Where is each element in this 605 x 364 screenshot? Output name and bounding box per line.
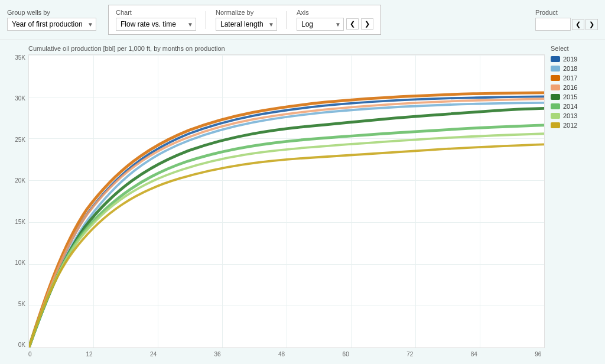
y-label-0k: 0K — [18, 342, 25, 348]
y-label-35k: 35K — [15, 54, 25, 61]
chart-svg — [29, 55, 544, 347]
x-label-60: 60 — [343, 351, 349, 363]
y-label-5k: 5K — [18, 301, 25, 307]
legend-label-2015: 2015 — [563, 93, 577, 100]
axis-select[interactable]: Log Linear — [297, 18, 344, 31]
chart-type-control: Chart Flow rate vs. time Cumulative vs. … — [116, 9, 196, 31]
y-label-25k: 25K — [15, 136, 25, 143]
legend-item-2019[interactable]: 2019 — [551, 56, 598, 63]
product-prev-button[interactable]: ❮ — [572, 19, 584, 30]
divider-1 — [206, 11, 206, 29]
product-control: Product Oil ❮ ❯ — [535, 9, 598, 31]
legend-label-2014: 2014 — [563, 103, 577, 110]
x-label-12: 12 — [86, 351, 92, 363]
x-label-0: 0 — [28, 351, 32, 363]
legend-swatch-2018 — [551, 66, 560, 72]
plot-area — [28, 54, 545, 348]
curve-2019 — [29, 96, 544, 347]
axis-select-wrapper: Log Linear ▼ — [297, 18, 344, 31]
legend-item-2015[interactable]: 2015 — [551, 93, 598, 100]
normalize-select[interactable]: Lateral length None Perf length — [216, 18, 277, 31]
x-label-24: 24 — [150, 351, 157, 363]
legend-label-2019: 2019 — [563, 56, 577, 63]
legend-label-2016: 2016 — [563, 84, 577, 91]
axis-label: Axis — [297, 9, 344, 16]
legend-item-2018[interactable]: 2018 — [551, 65, 598, 72]
legend-swatch-2013 — [551, 113, 560, 119]
divider-2 — [287, 11, 287, 29]
group-wells-select-wrapper: Year of first production Operator Format… — [7, 18, 96, 31]
legend-item-2017[interactable]: 2017 — [551, 74, 598, 82]
chart-select[interactable]: Flow rate vs. time Cumulative vs. time — [116, 18, 196, 31]
chart-area: Cumulative oil production [bbl] per 1,00… — [0, 40, 605, 364]
legend-area: Select 2019 2018 2017 2016 2015 2014 201… — [545, 45, 598, 364]
curve-2012 — [29, 144, 544, 347]
x-axis: 0 12 24 36 48 60 72 84 96 — [28, 348, 545, 363]
top-bar: Group wells by Year of first production … — [0, 0, 605, 40]
legend-label-2018: 2018 — [563, 65, 577, 72]
curve-2017 — [29, 93, 544, 347]
chart-controls-panel: Chart Flow rate vs. time Cumulative vs. … — [108, 5, 381, 35]
group-wells-label: Group wells by — [7, 9, 96, 16]
x-label-72: 72 — [406, 351, 413, 363]
chart-label: Chart — [116, 9, 196, 16]
axis-select-group: Axis Log Linear ▼ — [297, 9, 344, 31]
axis-prev-button[interactable]: ❮ — [346, 18, 359, 30]
curve-2018 — [29, 103, 544, 347]
y-axis: 35K 30K 25K 20K 15K 10K 5K 0K — [5, 54, 28, 348]
legend-label-2012: 2012 — [563, 122, 577, 129]
legend-swatch-2012 — [551, 122, 560, 128]
product-next-button[interactable]: ❯ — [586, 19, 598, 30]
normalize-select-wrapper: Lateral length None Perf length ▼ — [216, 18, 277, 31]
legend-item-2014[interactable]: 2014 — [551, 103, 598, 110]
normalize-label: Normalize by — [216, 9, 277, 16]
y-label-30k: 30K — [15, 95, 25, 102]
group-wells-select[interactable]: Year of first production Operator Format… — [7, 18, 96, 31]
chart-container: Cumulative oil production [bbl] per 1,00… — [5, 45, 545, 364]
legend-swatch-2014 — [551, 103, 560, 109]
legend-swatch-2015 — [551, 94, 560, 100]
legend-title: Select — [551, 45, 598, 52]
x-label-48: 48 — [278, 351, 285, 363]
legend-label-2013: 2013 — [563, 112, 577, 119]
product-input[interactable]: Oil — [535, 18, 571, 31]
chart-inner: 35K 30K 25K 20K 15K 10K 5K 0K — [5, 54, 545, 363]
y-label-10k: 10K — [15, 259, 25, 266]
legend-item-2016[interactable]: 2016 — [551, 84, 598, 91]
product-input-group: Oil ❮ ❯ — [535, 18, 598, 31]
chart-select-wrapper: Flow rate vs. time Cumulative vs. time ▼ — [116, 18, 196, 31]
legend-swatch-2019 — [551, 56, 560, 62]
curve-2013 — [29, 134, 544, 347]
y-label-20k: 20K — [15, 177, 25, 184]
x-label-96: 96 — [535, 351, 541, 363]
chart-title: Cumulative oil production [bbl] per 1,00… — [28, 45, 545, 52]
axis-next-button[interactable]: ❯ — [361, 18, 373, 30]
product-label: Product — [535, 9, 598, 16]
legend-label-2017: 2017 — [563, 74, 577, 82]
x-label-36: 36 — [214, 351, 221, 363]
axis-control: Axis Log Linear ▼ ❮ ❯ — [297, 9, 373, 31]
normalize-control: Normalize by Lateral length None Perf le… — [216, 9, 277, 31]
group-wells-control: Group wells by Year of first production … — [7, 9, 96, 31]
curve-2015 — [29, 108, 544, 347]
legend-swatch-2017 — [551, 75, 560, 81]
legend-item-2013[interactable]: 2013 — [551, 112, 598, 119]
legend-item-2012[interactable]: 2012 — [551, 122, 598, 129]
x-label-84: 84 — [471, 351, 477, 363]
y-label-15k: 15K — [15, 219, 25, 225]
legend-swatch-2016 — [551, 84, 560, 90]
